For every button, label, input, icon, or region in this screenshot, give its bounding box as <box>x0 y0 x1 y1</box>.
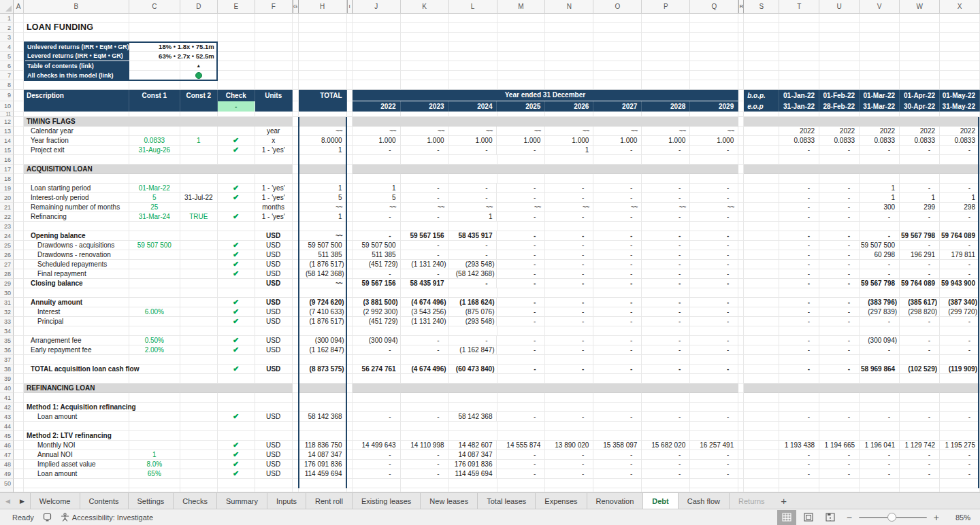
year-cell[interactable]: 1.000 <box>642 136 690 146</box>
cell[interactable] <box>218 479 255 488</box>
cell[interactable] <box>900 14 940 23</box>
cell[interactable] <box>129 126 180 136</box>
units-cell[interactable]: USD <box>255 250 293 260</box>
year-cell[interactable]: - <box>497 231 545 241</box>
cell[interactable] <box>940 174 980 184</box>
month-cell[interactable]: - <box>940 269 980 279</box>
cell[interactable] <box>738 441 744 450</box>
row-header-12[interactable]: 12 <box>0 117 14 126</box>
cell[interactable] <box>744 422 779 431</box>
cell[interactable] <box>180 14 218 23</box>
row-label[interactable]: Annuity amount <box>24 298 129 307</box>
cell[interactable] <box>218 61 255 71</box>
cell[interactable] <box>299 355 347 365</box>
cell[interactable] <box>900 33 940 42</box>
cell[interactable] <box>347 269 353 279</box>
cell[interactable] <box>545 117 593 126</box>
year-cell[interactable]: - <box>690 365 738 374</box>
year-cell[interactable]: (293 548) <box>449 260 497 269</box>
year-cell[interactable]: - <box>593 317 642 326</box>
kpi-label[interactable]: All checks in this model (link) <box>24 71 129 80</box>
tab-inputs[interactable]: Inputs <box>267 493 306 509</box>
cell[interactable] <box>347 71 353 80</box>
month-cell[interactable]: - <box>860 146 900 155</box>
year-cell[interactable]: 114 459 694 <box>449 469 497 479</box>
cell[interactable] <box>690 61 738 71</box>
cell[interactable] <box>24 155 129 165</box>
cell[interactable] <box>299 101 347 112</box>
cell[interactable] <box>293 279 299 288</box>
cell[interactable] <box>744 326 779 336</box>
row-header-50[interactable]: 50 <box>0 479 14 488</box>
cell[interactable] <box>744 184 779 193</box>
cell[interactable] <box>940 222 980 231</box>
cell[interactable] <box>401 80 449 90</box>
tab-scroll-right-icon[interactable]: ▶ <box>20 498 24 505</box>
year-cell[interactable]: - <box>593 460 642 469</box>
year-cell[interactable]: - <box>353 146 401 155</box>
cell[interactable] <box>401 431 449 441</box>
month-cell[interactable]: - <box>900 460 940 469</box>
cell[interactable] <box>293 184 299 193</box>
cell[interactable] <box>14 441 24 450</box>
cell[interactable] <box>255 14 293 23</box>
year-cell[interactable]: - <box>497 269 545 279</box>
cell[interactable] <box>497 422 546 431</box>
cell[interactable] <box>545 422 593 431</box>
cell[interactable] <box>738 184 744 193</box>
cell[interactable] <box>744 42 779 52</box>
units-cell[interactable]: USD <box>255 365 293 374</box>
units-cell[interactable]: USD <box>255 269 293 279</box>
row-header-24[interactable]: 24 <box>0 231 14 241</box>
cell[interactable] <box>779 374 819 384</box>
cell[interactable] <box>180 317 218 326</box>
cell[interactable] <box>24 355 129 365</box>
year-cell[interactable]: - <box>593 345 642 355</box>
row-header-44[interactable]: 44 <box>0 422 14 431</box>
row-header-30[interactable]: 30 <box>0 288 14 298</box>
year-cell[interactable]: 15 682 020 <box>642 441 690 450</box>
column-header-L[interactable]: L <box>449 0 497 14</box>
cell[interactable] <box>593 33 642 42</box>
cell[interactable] <box>738 61 744 71</box>
year-cell[interactable]: - <box>449 184 497 193</box>
cell[interactable] <box>218 355 255 365</box>
cell[interactable] <box>497 384 546 393</box>
header-eop-date[interactable]: 28-Feb-22 <box>819 101 860 112</box>
cell[interactable] <box>744 317 779 326</box>
cell[interactable] <box>353 326 401 336</box>
year-cell[interactable]: - <box>497 307 545 317</box>
month-cell[interactable]: - <box>900 269 940 279</box>
cell[interactable] <box>744 336 779 345</box>
header-year-band[interactable]: Year ended 31 December <box>353 90 739 101</box>
cell[interactable] <box>497 14 546 23</box>
month-cell[interactable]: - <box>779 365 819 374</box>
cell[interactable] <box>299 165 347 174</box>
const1-cell[interactable]: 0.0833 <box>129 136 180 146</box>
month-cell[interactable]: (299 720) <box>940 307 980 317</box>
checks-ok-circle-icon[interactable] <box>195 72 202 79</box>
total-cell[interactable]: 8.0000 <box>299 136 347 146</box>
cell[interactable] <box>779 326 819 336</box>
column-header-J[interactable]: J <box>353 0 401 14</box>
month-cell[interactable]: 59 943 900 <box>940 279 980 288</box>
year-cell[interactable]: - <box>593 365 642 374</box>
cell[interactable] <box>642 165 690 174</box>
cell[interactable] <box>180 146 218 155</box>
month-cell[interactable]: - <box>819 250 860 260</box>
total-cell[interactable]: (8 873 575) <box>299 365 347 374</box>
cell[interactable] <box>900 61 940 71</box>
cell[interactable] <box>14 269 24 279</box>
cell[interactable] <box>449 117 497 126</box>
cell[interactable] <box>129 374 180 384</box>
cell[interactable] <box>353 117 401 126</box>
year-cell[interactable]: 14 087 347 <box>449 450 497 460</box>
cell[interactable] <box>545 326 593 336</box>
year-cell[interactable]: - <box>593 231 642 241</box>
cell[interactable] <box>218 33 255 42</box>
cell[interactable] <box>293 155 299 165</box>
cell[interactable] <box>779 61 819 71</box>
cell[interactable] <box>218 42 255 52</box>
tab-rent-roll[interactable]: Rent roll <box>306 493 353 509</box>
month-cell[interactable]: - <box>779 460 819 469</box>
